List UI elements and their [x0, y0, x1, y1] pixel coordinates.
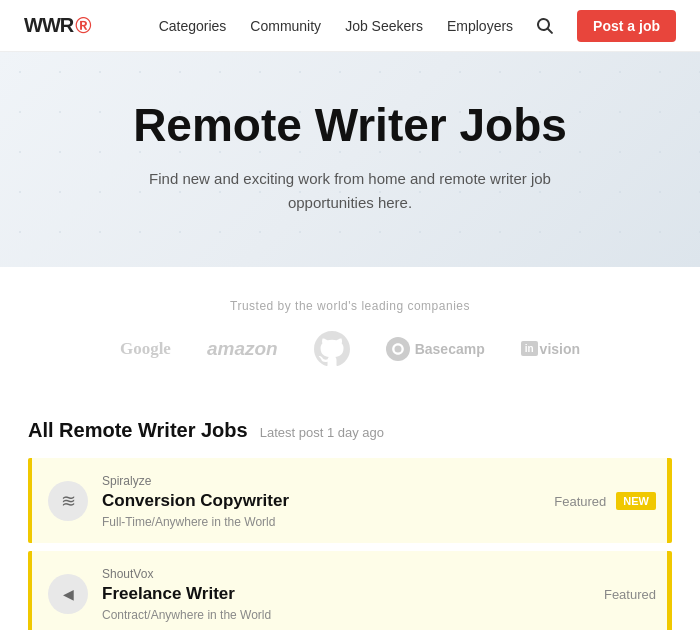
- latest-post-label: Latest post 1 day ago: [260, 425, 384, 440]
- logo[interactable]: WWR®: [24, 13, 90, 39]
- jobs-section-title: All Remote Writer Jobs: [28, 419, 248, 442]
- job-icon-1: ≋: [48, 481, 88, 521]
- job-meta-2: Contract/Anywhere in the World: [102, 608, 590, 622]
- jobs-section: All Remote Writer Jobs Latest post 1 day…: [0, 395, 700, 630]
- nav-job-seekers[interactable]: Job Seekers: [345, 18, 423, 34]
- nav-employers[interactable]: Employers: [447, 18, 513, 34]
- search-button[interactable]: [537, 18, 553, 34]
- trusted-section: Trusted by the world's leading companies…: [0, 267, 700, 395]
- trusted-logos: Google amazon Basecamp invision: [24, 331, 676, 367]
- jobs-header: All Remote Writer Jobs Latest post 1 day…: [28, 419, 672, 442]
- trusted-label: Trusted by the world's leading companies: [24, 299, 676, 313]
- logo-text: WWR: [24, 14, 73, 37]
- github-logo: [314, 331, 350, 367]
- new-badge-1: NEW: [616, 492, 656, 510]
- logo-dot: ®: [75, 13, 90, 39]
- basecamp-icon: [386, 337, 410, 361]
- featured-label-1: Featured: [554, 494, 606, 509]
- invision-logo: invision: [521, 341, 580, 357]
- job-right-2: Featured: [604, 587, 656, 602]
- job-card-1[interactable]: ≋ Spiralyze Conversion Copywriter Full-T…: [28, 458, 672, 543]
- main-nav: Categories Community Job Seekers Employe…: [159, 10, 676, 42]
- job-info-1: Spiralyze Conversion Copywriter Full-Tim…: [102, 474, 540, 529]
- card-bar-2: [667, 551, 672, 630]
- nav-categories[interactable]: Categories: [159, 18, 227, 34]
- job-right-1: Featured NEW: [554, 492, 656, 510]
- header: WWR® Categories Community Job Seekers Em…: [0, 0, 700, 52]
- job-card-2[interactable]: ◀ ShoutVox Freelance Writer Contract/Any…: [28, 551, 672, 630]
- featured-label-2: Featured: [604, 587, 656, 602]
- card-bar-1: [667, 458, 672, 543]
- hero-subtitle: Find new and exciting work from home and…: [140, 167, 560, 215]
- amazon-logo: amazon: [207, 338, 278, 360]
- job-info-2: ShoutVox Freelance Writer Contract/Anywh…: [102, 567, 590, 622]
- google-logo: Google: [120, 339, 171, 359]
- job-company-2: ShoutVox: [102, 567, 590, 581]
- hero-section: Remote Writer Jobs Find new and exciting…: [0, 52, 700, 267]
- nav-community[interactable]: Community: [250, 18, 321, 34]
- job-title-2: Freelance Writer: [102, 584, 590, 604]
- job-title-1: Conversion Copywriter: [102, 491, 540, 511]
- job-meta-1: Full-Time/Anywhere in the World: [102, 515, 540, 529]
- post-job-button[interactable]: Post a job: [577, 10, 676, 42]
- hero-title: Remote Writer Jobs: [24, 100, 676, 151]
- job-company-1: Spiralyze: [102, 474, 540, 488]
- job-icon-2: ◀: [48, 574, 88, 614]
- search-icon: [537, 18, 553, 34]
- basecamp-logo: Basecamp: [386, 337, 485, 361]
